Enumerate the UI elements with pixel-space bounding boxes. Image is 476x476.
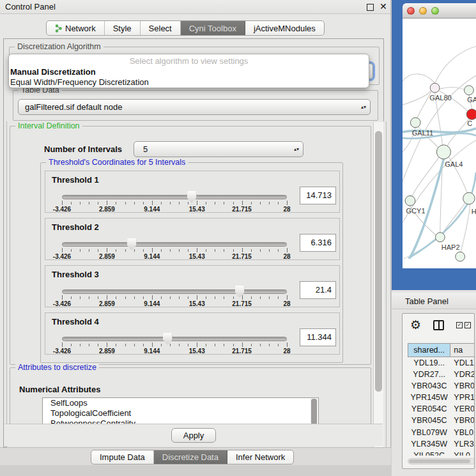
table-row[interactable]: YBR043CYBR0	[408, 380, 475, 392]
table-row[interactable]: YPR145WYPR1	[408, 392, 475, 403]
node-label: H	[472, 208, 476, 215]
tab-infer-network[interactable]: Infer Network	[227, 450, 293, 464]
tick-mark	[215, 296, 215, 299]
threshold-value-field[interactable]: 11.344	[300, 328, 336, 346]
tab-network[interactable]: Network	[47, 21, 105, 35]
tick-mark	[179, 202, 180, 204]
numerical-attributes-list[interactable]: SelfLoopsTopologicalCoefficientBetweenne…	[42, 397, 319, 425]
tick-label: 28	[283, 253, 290, 260]
float-window-icon[interactable]	[367, 4, 374, 11]
tab-cyni-toolbox[interactable]: Cyni Toolbox	[181, 21, 245, 35]
checkbox-icon[interactable]: ✓	[464, 322, 471, 328]
network-canvas[interactable]: GAL80GACGAL11GAL4GCY1HHAP2	[403, 19, 476, 268]
attributes-scrollbar-thumb[interactable]	[311, 399, 317, 425]
tick-mark	[278, 344, 279, 346]
dropdown-placeholder-item[interactable]: Select algorithm to view settings	[9, 54, 369, 66]
slider-track[interactable]	[62, 195, 287, 199]
network-node[interactable]	[430, 83, 440, 93]
close-icon[interactable]: ✕	[380, 1, 387, 12]
tick-mark	[242, 201, 243, 205]
tab-jactivemnodules[interactable]: jActiveMNodules	[245, 21, 324, 35]
tick-mark	[134, 202, 135, 204]
zoom-traffic-light-icon[interactable]	[431, 7, 439, 15]
tick-mark	[62, 248, 63, 252]
tick-mark	[62, 295, 63, 300]
network-node[interactable]	[456, 252, 465, 261]
number-of-intervals-spinner[interactable]: 5 ▴▾	[134, 141, 303, 157]
tick-mark	[152, 201, 153, 205]
table-row[interactable]: YDL19...YDL1	[408, 357, 475, 369]
tick-mark	[242, 295, 243, 300]
checkbox-icon[interactable]: ✓	[456, 322, 463, 328]
threshold-slider[interactable]: -3.4262.8599.14415.4321.71528	[62, 334, 287, 353]
tick-mark	[233, 202, 234, 204]
tick-mark	[206, 296, 206, 299]
tab-label: jActiveMNodules	[254, 24, 316, 33]
network-node[interactable]	[436, 233, 445, 242]
attributes-scrollbar[interactable]	[311, 399, 318, 425]
table-data-combobox[interactable]: galFiltered.sif default node ▴▾	[18, 99, 371, 115]
table-horizontal-scrollbar-thumb[interactable]	[409, 459, 470, 463]
vertical-scrollbar[interactable]	[373, 122, 383, 463]
tick-mark	[260, 296, 261, 299]
tab-impute-data[interactable]: Impute Data	[91, 450, 154, 464]
close-traffic-light-icon[interactable]	[407, 7, 415, 15]
tab-select[interactable]: Select	[141, 21, 181, 35]
vertical-scrollbar-thumb[interactable]	[375, 131, 382, 392]
tab-style[interactable]: Style	[105, 21, 141, 35]
table-horizontal-scrollbar[interactable]	[408, 458, 475, 464]
tick-mark	[98, 296, 98, 299]
slider-track[interactable]	[62, 337, 287, 341]
tick-mark	[179, 344, 180, 346]
table-row[interactable]: YIL052CYIL0	[408, 450, 475, 456]
tick-mark	[278, 249, 279, 252]
tick-mark	[260, 344, 261, 346]
minimize-traffic-light-icon[interactable]	[419, 7, 427, 15]
tick-mark	[125, 296, 126, 299]
table-header-cell[interactable]: shared...	[408, 343, 450, 357]
dropdown-option-manual[interactable]: Manual Discretization	[9, 66, 369, 77]
threshold-value-field[interactable]: 6.316	[300, 234, 336, 252]
tick-mark	[107, 295, 107, 300]
slider-tick-labels: -3.4262.8599.14415.4321.71528	[62, 253, 287, 261]
tick-label: 21.715	[232, 348, 252, 355]
tick-mark	[80, 296, 81, 299]
table-row[interactable]: YLR345WYLR3	[408, 438, 475, 450]
tick-mark	[287, 201, 288, 205]
tick-mark	[251, 249, 252, 252]
network-node[interactable]	[405, 196, 415, 206]
threshold-slider[interactable]: -3.4262.8599.14415.4321.71528	[62, 286, 287, 305]
network-node[interactable]	[466, 109, 476, 120]
table-header-cell[interactable]: na	[450, 343, 475, 357]
threshold-value-field[interactable]: 21.4	[300, 281, 336, 299]
network-node[interactable]	[410, 118, 420, 128]
slider-track[interactable]	[62, 289, 287, 294]
tab-discretize-data[interactable]: Discretize Data	[154, 450, 227, 464]
threshold-slider[interactable]: -3.4262.8599.14415.4321.71528	[62, 239, 287, 258]
tick-mark	[116, 249, 116, 252]
attributes-group-title: Attributes to discretize	[15, 363, 99, 372]
apply-button[interactable]: Apply	[171, 428, 216, 443]
table-row[interactable]: YBL079WYBL0	[408, 427, 475, 438]
dropdown-option-equal-width[interactable]: Equal Width/Frequency Discretization	[9, 77, 369, 87]
gear-icon[interactable]: ⚙	[410, 318, 421, 332]
attribute-list-item[interactable]: SelfLoops	[43, 398, 318, 408]
table-row[interactable]: YER054CYER0	[408, 403, 475, 415]
threshold-slider[interactable]: -3.4262.8599.14415.4321.71528	[62, 192, 287, 211]
threshold-value-field[interactable]: 14.713	[300, 187, 336, 204]
network-window-titlebar[interactable]	[403, 3, 476, 19]
network-node[interactable]	[436, 145, 450, 159]
network-node[interactable]	[463, 192, 475, 204]
table-cell: YER054C	[408, 403, 450, 415]
tick-mark	[71, 202, 72, 204]
attribute-list-item[interactable]: TopologicalCoefficient	[43, 408, 318, 418]
tick-mark	[206, 202, 206, 204]
slider-tick-labels: -3.4262.8599.14415.4321.71528	[62, 300, 287, 308]
network-node[interactable]	[464, 86, 474, 95]
table-row[interactable]: YDR27...YDR2	[408, 369, 475, 380]
apply-strip: Apply	[4, 424, 383, 446]
table-row[interactable]: YBR045CYBR0	[408, 415, 475, 426]
column-visibility-icon[interactable]	[433, 320, 444, 330]
slider-track[interactable]	[62, 242, 287, 247]
tick-label: 2.859	[99, 300, 115, 307]
